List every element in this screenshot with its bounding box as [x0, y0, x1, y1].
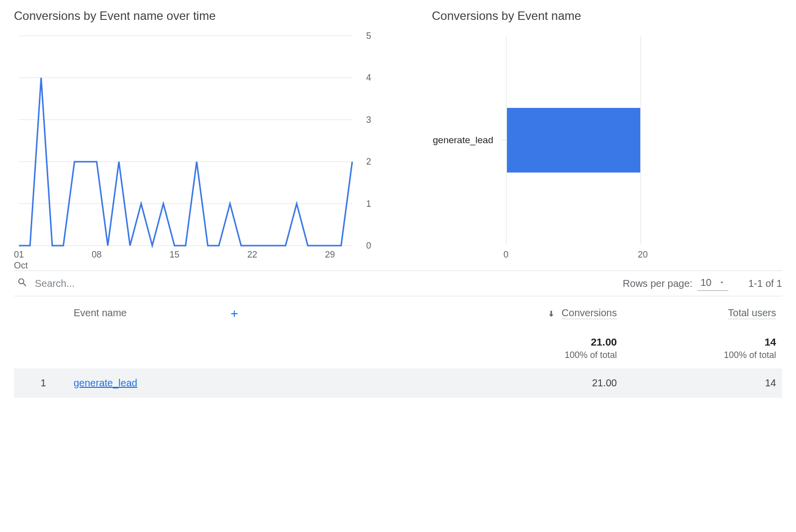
search-input[interactable]	[34, 277, 623, 290]
svg-text:5: 5	[366, 32, 371, 41]
summary-conversions: 21.00	[464, 328, 623, 350]
rows-per-page-select[interactable]: 10	[697, 276, 728, 291]
row-index: 1	[14, 368, 64, 398]
svg-text:08: 08	[92, 250, 101, 260]
svg-text:1: 1	[366, 199, 371, 209]
summary-row: 21.00 14	[14, 328, 782, 350]
add-dimension-button[interactable]	[129, 307, 240, 318]
svg-text:20: 20	[638, 250, 648, 260]
svg-text:0: 0	[503, 250, 508, 260]
svg-text:22: 22	[247, 250, 257, 260]
summary-row-sub: 100% of total 100% of total	[14, 350, 782, 368]
rows-per-page-value: 10	[700, 277, 711, 288]
svg-text:Oct: Oct	[14, 261, 28, 270]
svg-text:29: 29	[325, 250, 335, 260]
pagination-range: 1-1 of 1	[748, 278, 782, 289]
line-chart-title: Conversions by Event name over time	[14, 9, 402, 23]
table-row: 1 generate_lead 21.00 14	[14, 368, 782, 398]
summary-conversions-pct: 100% of total	[464, 350, 623, 368]
event-name-link[interactable]: generate_lead	[74, 377, 137, 388]
row-total-users: 14	[623, 368, 782, 398]
rows-per-page-label: Rows per page:	[623, 278, 693, 289]
sort-down-icon	[547, 307, 562, 318]
svg-text:2: 2	[366, 157, 371, 167]
summary-total-users: 14	[623, 328, 782, 350]
svg-text:15: 15	[170, 250, 180, 260]
line-chart: 0123450108152229Oct	[14, 32, 402, 261]
search-icon	[14, 277, 34, 290]
chevron-down-icon	[718, 277, 725, 288]
svg-text:generate_lead: generate_lead	[433, 135, 494, 146]
col-header-event-name: Event name	[14, 296, 464, 328]
svg-rect-22	[507, 108, 640, 173]
data-table: Event name Conversions Total users 21.00…	[14, 296, 782, 398]
col-header-conversions[interactable]: Conversions	[464, 296, 623, 328]
row-event-name: generate_lead	[64, 368, 464, 398]
row-conversions: 21.00	[464, 368, 623, 398]
bar-chart-title: Conversions by Event name	[432, 9, 782, 23]
summary-total-users-pct: 100% of total	[623, 350, 782, 368]
svg-text:3: 3	[366, 115, 371, 125]
col-header-total-users[interactable]: Total users	[623, 296, 782, 328]
bar-chart: generate_lead020	[432, 32, 782, 261]
svg-text:4: 4	[366, 73, 371, 83]
svg-text:01: 01	[14, 250, 24, 260]
svg-text:0: 0	[366, 241, 371, 251]
